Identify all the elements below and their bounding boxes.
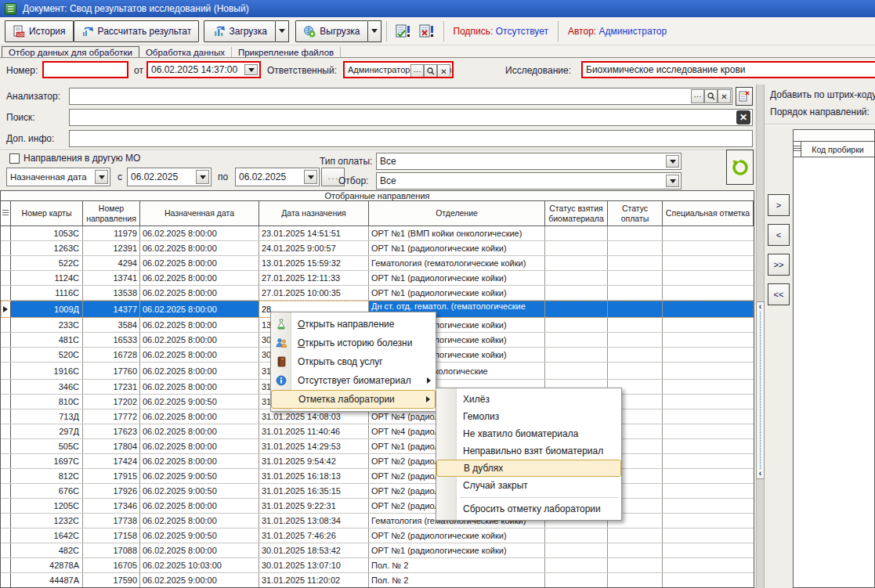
other-mo-checkbox[interactable] [9, 153, 20, 164]
table-row[interactable]: 297Д1762306.02.2025 8:00:0031.01.2025 11… [1, 424, 754, 439]
table-row[interactable]: 44487А1759006.02.2025 9:00:0031.01.2025 … [1, 573, 754, 588]
cell-card-number: 505С [11, 439, 83, 453]
table-row[interactable]: 1697С1742406.02.2025 8:00:0031.01.2025 9… [1, 454, 754, 469]
table-row[interactable]: 676С1792606.02.2025 9:00:5031.01.2025 16… [1, 484, 754, 499]
pay-type-dropdown-arrow[interactable] [666, 155, 679, 168]
menu-item-1[interactable]: Гемолиз [436, 408, 621, 425]
menu-item-0[interactable]: Хилёз [436, 391, 621, 408]
number-input[interactable] [42, 61, 128, 78]
addinfo-input[interactable] [69, 130, 753, 147]
menu-item-5[interactable]: Случай закрыт [436, 477, 621, 494]
filter-dropdown-arrow[interactable] [666, 175, 679, 187]
col-header-biomaterial-status[interactable]: Статус взятия биоматериала [545, 201, 608, 225]
cell-special-mark [663, 514, 754, 528]
splitter-collapse-icon: ‹ [759, 304, 761, 310]
responsible-search-icon[interactable] [424, 64, 437, 78]
table-row[interactable]: 1205С1734606.02.2025 8:00:0031.01.2025 9… [1, 499, 754, 514]
col-header-direction[interactable]: Номер направления [83, 201, 140, 225]
analyzer-ellipsis-button[interactable]: ··· [691, 89, 704, 103]
menu-item-2[interactable]: Открыть свод услуг [271, 352, 436, 371]
table-row[interactable]: 482С1708806.02.2025 8:00:0030.01.2025 18… [1, 543, 754, 558]
splitter-grip[interactable]: ‹ ‹ [756, 301, 765, 479]
date-to-dropdown-arrow[interactable] [304, 170, 317, 184]
table-row[interactable]: 812С1791506.02.2025 9:00:5031.01.2025 16… [1, 469, 754, 484]
menu-item-3[interactable]: Отсутствует биоматериал [271, 371, 436, 390]
pay-type-combo[interactable]: Все [376, 153, 682, 170]
col-header-special-mark[interactable]: Специальная отметка [663, 201, 754, 225]
calculate-result-button[interactable]: Рассчитать результат [74, 20, 200, 42]
table-row[interactable]: 1642С1715806.02.2025 9:00:5031.01.2025 7… [1, 528, 754, 543]
date-type-dropdown-arrow[interactable] [95, 170, 108, 184]
from-date-combo[interactable]: 06.02.2025 14:37:00 [146, 61, 261, 78]
tab-data-processing[interactable]: Обработка данных [139, 47, 232, 58]
responsible-ellipsis-button[interactable]: ··· [410, 64, 424, 78]
tab-data-selection[interactable]: Отбор данных для обработки [2, 46, 139, 58]
table-row[interactable]: 522С429406.02.2025 8:00:0013.01.2025 15:… [1, 256, 754, 271]
date-from-combo[interactable]: 06.02.2025 [127, 168, 212, 186]
col-header-payment-status[interactable]: Статус оплаты [608, 201, 663, 225]
svg-text:LOG: LOG [17, 32, 25, 37]
load-button[interactable]: Загрузка [204, 20, 276, 42]
cell-payment-status [608, 241, 663, 255]
responsible-clear-button[interactable]: ✕ [437, 64, 450, 78]
cell-direction-number: 3584 [83, 318, 140, 332]
cell-payment-status [608, 256, 663, 270]
cell-department: Пол. № 2 [369, 573, 545, 587]
unload-dropdown-arrow[interactable] [368, 20, 381, 42]
menu-item-3[interactable]: Неправильно взят биоматериал [436, 442, 621, 460]
table-row[interactable]: 1116С1353806.02.2025 8:00:0027.01.2025 1… [1, 286, 754, 301]
row-indicator [1, 469, 11, 483]
cell-special-mark [663, 301, 754, 317]
cell-biomaterial-status [545, 226, 608, 240]
table-row[interactable]: 1053С1197906.02.2025 8:00:0023.01.2025 1… [1, 226, 754, 241]
menu-item-6[interactable]: Сбросить отметку лаборатории [436, 500, 621, 518]
analyzer-clear-selection-button[interactable] [736, 87, 753, 106]
cell-special-mark [663, 499, 754, 513]
table-row[interactable]: 1124С1374106.02.2025 8:00:0027.01.2025 1… [1, 271, 754, 286]
study-input[interactable]: Биохимическое исследование крови [581, 61, 875, 78]
col-header-date[interactable]: Дата назначения [259, 201, 369, 225]
responsible-combo[interactable]: Администратор (Медицина ИТ) ··· ✕ [343, 61, 454, 78]
menu-item-4-highlighted[interactable]: Отметка лаборатории [271, 390, 436, 409]
cell-date: 30.01.2025 18:53:42 [259, 543, 369, 557]
from-date-dropdown-arrow[interactable] [244, 64, 258, 75]
tube-code-column-header[interactable]: Код пробирки [801, 142, 874, 157]
date-type-combo[interactable]: Назначенная дата [6, 168, 110, 186]
move-left-button[interactable]: < [768, 224, 790, 246]
move-all-right-button[interactable]: >> [768, 254, 790, 276]
analyzer-search-icon[interactable] [704, 89, 718, 103]
cell-card-number: 42878А [11, 558, 83, 572]
date-from-dropdown-arrow[interactable] [196, 170, 209, 184]
cell-date: 31.01.2025 11:20:02 [259, 573, 369, 587]
unload-button[interactable]: Выгрузка [295, 20, 367, 42]
table-row[interactable]: 42878А1670506.02.2025 10:03:0030.01.2025… [1, 558, 754, 573]
tab-file-attachment[interactable]: Прикрепление файлов [232, 47, 341, 58]
load-dropdown-arrow[interactable] [276, 20, 289, 42]
date-to-combo[interactable]: 06.02.2025 [235, 168, 320, 186]
search-clear-icon[interactable]: ✕ [736, 110, 750, 124]
search-input[interactable]: ✕ [69, 109, 753, 126]
move-right-button[interactable]: > [768, 194, 790, 216]
unsign-document-button[interactable] [417, 21, 437, 41]
table-row[interactable]: 505С1780406.02.2025 8:00:0031.01.2025 14… [1, 439, 754, 454]
sign-document-button[interactable] [393, 21, 414, 41]
cell-direction-number: 16705 [83, 558, 140, 572]
menu-item-1[interactable]: Открыть историю болезни [271, 334, 436, 352]
menu-item-2[interactable]: Не хватило биоматериала [436, 425, 621, 442]
cell-assigned-date: 06.02.2025 8:00:00 [140, 318, 259, 332]
analyzer-combo[interactable]: ··· ✕ [69, 88, 732, 105]
table-row[interactable]: 1232С1773806.02.2025 8:00:0031.01.2025 1… [1, 514, 754, 528]
move-all-left-button[interactable]: << [768, 283, 790, 305]
col-header-card[interactable]: Номер карты [11, 201, 83, 225]
history-button[interactable]: LOG История [5, 20, 74, 42]
table-row[interactable]: 1263С1239106.02.2025 8:00:0024.01.2025 9… [1, 241, 754, 256]
refresh-button[interactable] [726, 150, 754, 185]
col-header-assigned-date[interactable]: Назначенная дата [140, 201, 259, 225]
filter-combo[interactable]: Все [376, 172, 682, 189]
col-header-department[interactable]: Отделение [369, 201, 545, 225]
cell-special-mark [663, 286, 754, 300]
menu-item-4-highlighted[interactable]: В дублях [436, 460, 621, 477]
cell-date: 31.01.2025 7:46:26 [259, 528, 369, 543]
menu-item-0[interactable]: Открыть направление [271, 315, 436, 334]
analyzer-clear-button[interactable]: ✕ [718, 89, 731, 103]
